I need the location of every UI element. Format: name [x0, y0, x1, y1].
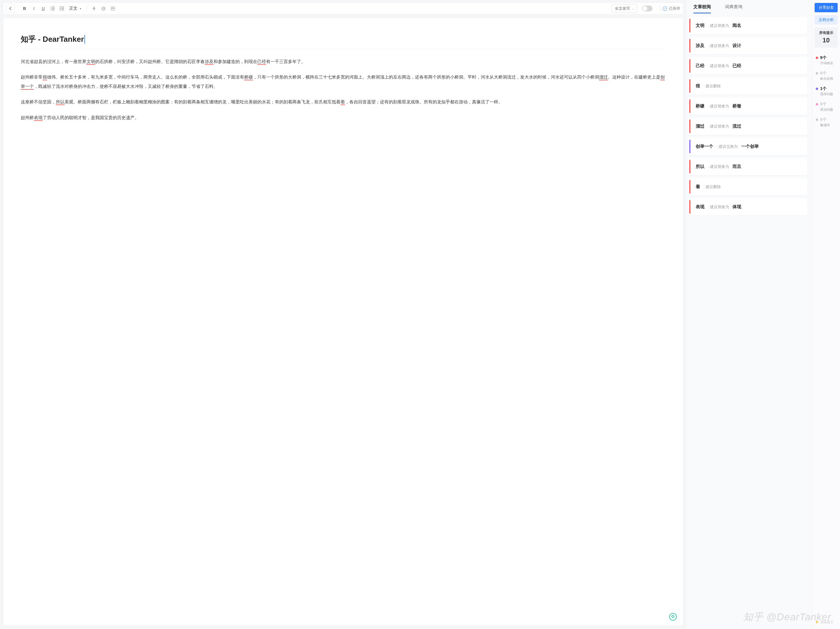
- all-tips-box[interactable]: 所有提示 10: [815, 27, 838, 47]
- error-span[interactable]: 己经: [257, 59, 266, 65]
- suggestion-original: 创举一个: [696, 143, 713, 149]
- category-dot: [816, 103, 818, 106]
- rewrite-dropdown[interactable]: 全文改写 ⌄: [612, 4, 637, 13]
- suggestion-hint: · 建议替换为: [708, 124, 729, 129]
- suggestion-original: 己经: [696, 63, 704, 69]
- layout-icon[interactable]: [108, 4, 117, 13]
- error-span[interactable]: 很: [43, 74, 47, 80]
- suggestion-card[interactable]: 文明· 建议替换为闻名: [688, 17, 807, 34]
- svg-rect-17: [111, 9, 114, 10]
- category-item[interactable]: 0个标点误用: [816, 71, 837, 81]
- error-span[interactable]: 所以: [56, 99, 65, 105]
- check-circle-icon: ✓: [663, 6, 667, 11]
- error-span[interactable]: 表现: [34, 115, 43, 121]
- suggestion-hint: · 建议删除: [704, 84, 721, 89]
- category-count: 0个: [820, 117, 827, 122]
- suggestion-hint: · 建议替换为: [708, 104, 729, 109]
- suggestion-replacement: 而且: [733, 164, 741, 169]
- tab-dictionary[interactable]: 词典查询: [725, 4, 742, 13]
- category-item[interactable]: 1个语序问题: [816, 86, 837, 96]
- suggestion-hint: · 建议替换为: [708, 204, 729, 210]
- suggestion-card[interactable]: 创举一个· 建议交换为一个创举: [688, 138, 807, 155]
- suggestion-card[interactable]: 所以· 建议替换为而且: [688, 158, 807, 175]
- tab-proofread[interactable]: 文章校阅: [693, 4, 711, 13]
- suggestion-hint: · 建议替换为: [708, 43, 729, 49]
- rewrite-label: 全文改写: [615, 6, 630, 11]
- text-style-label: 正文: [69, 6, 77, 11]
- svg-rect-16: [113, 7, 114, 8]
- diamond-icon: [815, 621, 819, 624]
- suggestion-hint: · 建议替换为: [708, 63, 729, 69]
- suggestion-original: 涉及: [696, 43, 704, 49]
- suggestion-replacement: 流过: [733, 123, 741, 129]
- svg-text:3: 3: [51, 9, 51, 11]
- category-dot: [816, 88, 818, 90]
- category-count: 1个: [820, 86, 827, 91]
- all-tips-count: 10: [816, 36, 837, 44]
- lightning-icon[interactable]: [90, 4, 98, 13]
- error-span[interactable]: 着: [341, 99, 345, 105]
- bold-button[interactable]: B: [20, 4, 29, 13]
- suggestion-card[interactable]: 桥礅· 建议替换为桥墩: [688, 98, 807, 115]
- suggestion-list: 文明· 建议替换为闻名涉及· 建议替换为设计己经· 建议替换为已经很· 建议删除…: [686, 13, 812, 629]
- suggestion-hint: · 建议删除: [704, 184, 721, 189]
- ordered-list-button[interactable]: 123: [48, 4, 57, 13]
- suggestion-original: 溜过: [696, 123, 704, 129]
- category-item[interactable]: 0个敏感词: [816, 117, 837, 127]
- tab-bar: 文章校阅 词典查询: [686, 0, 812, 13]
- suggestion-card[interactable]: 涉及· 建议替换为设计: [688, 37, 807, 54]
- stats-sidebar: 分享好友 文档分析 所有提示 10 9个字词错误0个标点误用1个语序问题0个语法…: [812, 0, 840, 629]
- underline-button[interactable]: U: [39, 4, 47, 13]
- analyze-button[interactable]: 文档分析: [815, 15, 838, 25]
- paragraph[interactable]: 这座桥不但坚固，所以美观。桥面两侧有石栏，栏板上雕刻着糊里糊涂的图案：有的刻着两…: [21, 97, 666, 107]
- grammarly-icon[interactable]: G: [669, 613, 677, 621]
- suggestion-original: 着: [696, 184, 700, 189]
- category-item[interactable]: 0个语法问题: [816, 102, 837, 112]
- suggestion-card[interactable]: 着· 建议删除: [688, 178, 807, 195]
- suggestion-replacement: 设计: [733, 43, 741, 49]
- paragraph[interactable]: 赵州桥表现了劳动人民的聪明才智，是我国宝贵的历史遗产。: [21, 113, 666, 122]
- category-count: 0个: [820, 71, 827, 76]
- premium-tips[interactable]: 高级提示: [815, 618, 838, 626]
- chevron-down-icon: ▾: [80, 7, 81, 10]
- globe-icon[interactable]: [99, 4, 108, 13]
- suggestion-replacement: 体现: [733, 204, 741, 210]
- suggestion-replacement: 闻名: [733, 23, 741, 28]
- error-span[interactable]: 桥礅: [244, 74, 253, 80]
- category-dot: [816, 118, 818, 121]
- toggle-switch[interactable]: [642, 6, 652, 11]
- error-span[interactable]: 涉及: [205, 59, 213, 65]
- suggestion-card[interactable]: 己经· 建议替换为已经: [688, 57, 807, 74]
- saved-label: 已保存: [669, 6, 680, 11]
- suggestion-card[interactable]: 很· 建议删除: [688, 77, 807, 95]
- suggestion-card[interactable]: 溜过· 建议替换为流过: [688, 118, 807, 135]
- category-name: 字词错误: [820, 61, 837, 65]
- suggestion-hint: · 建议替换为: [708, 23, 729, 28]
- suggestion-original: 所以: [696, 164, 704, 169]
- text-style-dropdown[interactable]: 正文 ▾: [67, 6, 84, 11]
- category-name: 语法问题: [820, 107, 837, 112]
- category-name: 语序问题: [820, 92, 837, 96]
- category-count: 0个: [820, 102, 827, 107]
- suggestion-original: 桥礅: [696, 103, 704, 109]
- share-button[interactable]: 分享好友: [815, 3, 838, 12]
- suggestion-card[interactable]: 表现· 建议替换为体现: [688, 198, 807, 216]
- paragraph[interactable]: 河北省赵县的洨河上，有一座世界文明的石拱桥，叫安济桥，又叫赵州桥。它是隋朝的石匠…: [21, 57, 666, 66]
- paragraph[interactable]: 赵州桥非常很雄伟。桥长五十多米，有九米多宽，中间行车马，两旁走人。这么长的桥，全…: [21, 73, 666, 91]
- category-item[interactable]: 9个字词错误: [816, 55, 837, 65]
- document-editor[interactable]: 知乎 - DearTanker 河北省赵县的洨河上，有一座世界文明的石拱桥，叫安…: [3, 17, 684, 626]
- suggestion-hint: · 建议替换为: [708, 164, 729, 169]
- document-title[interactable]: 知乎 - DearTanker: [21, 31, 666, 49]
- error-span[interactable]: 文明: [87, 59, 95, 65]
- back-button[interactable]: [6, 4, 15, 13]
- category-dot: [816, 57, 818, 59]
- unordered-list-button[interactable]: [58, 4, 66, 13]
- error-span[interactable]: 溜过: [599, 74, 608, 80]
- svg-point-9: [60, 7, 61, 8]
- all-tips-label: 所有提示: [816, 30, 837, 35]
- save-status: ✓ 已保存: [663, 6, 680, 11]
- suggestion-original: 文明: [696, 23, 704, 28]
- suggestion-replacement: 一个创举: [741, 143, 759, 149]
- italic-button[interactable]: I: [30, 4, 38, 13]
- chevron-down-icon: ⌄: [632, 7, 634, 10]
